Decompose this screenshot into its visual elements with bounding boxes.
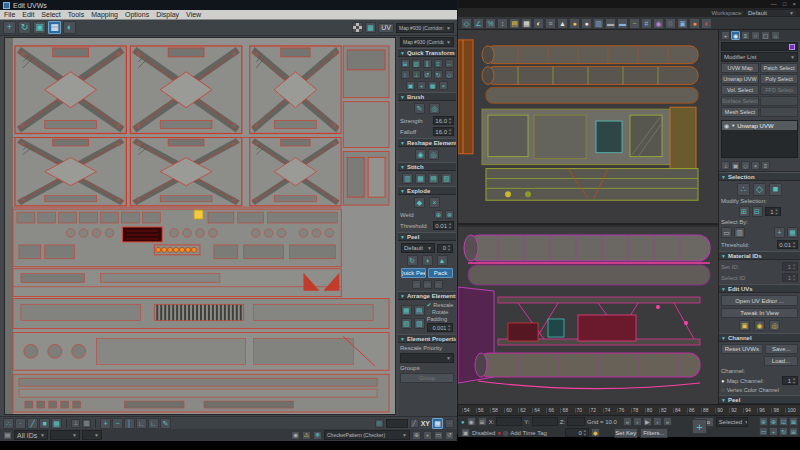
workspace-dropdown[interactable]: Default ▼	[745, 9, 797, 17]
show-map-toggle-icon[interactable]	[352, 22, 363, 33]
shrink-icon[interactable]: ⊟	[752, 206, 763, 217]
y-coordinate-field[interactable]	[532, 417, 558, 426]
zoom-extents-icon[interactable]: ↺	[445, 431, 454, 440]
options-icon[interactable]: ·	[445, 419, 454, 428]
plus-axis-icon[interactable]: +	[774, 227, 785, 238]
set-id-spinner[interactable]: 1▲▼	[782, 262, 798, 271]
gizmo-settings-icon[interactable]: ◎	[375, 419, 384, 428]
modify-selection-spinner[interactable]: 1▲▼	[765, 207, 781, 216]
selection-info-icon[interactable]: ▤	[3, 431, 12, 440]
weld-selected-icon[interactable]: ⊗	[445, 210, 454, 219]
orbit-icon[interactable]: ↻	[779, 427, 788, 436]
freeform-snap-icon[interactable]: ▣	[406, 81, 415, 90]
menu-item[interactable]: Mapping	[91, 11, 118, 18]
edge-mode-icon[interactable]: ╱	[27, 418, 38, 429]
uv-coordinate-mode-icon[interactable]: ▦	[432, 418, 443, 429]
open-uv-editor-button[interactable]: Open UV Editor ...	[721, 295, 798, 306]
geosphere-primitive-icon[interactable]: ●	[581, 18, 592, 29]
tab-hierarchy[interactable]: ≡	[741, 31, 750, 40]
x-coordinate-field[interactable]	[496, 417, 522, 426]
tweak-in-view-button[interactable]: Tweak In View	[721, 308, 798, 318]
main-titlebar[interactable]: —□×	[458, 0, 800, 8]
modifier-set-button[interactable]: Patch Select	[760, 63, 798, 73]
filter-selection-icon[interactable]: ▥	[82, 419, 91, 428]
menu-item[interactable]: Tools	[68, 11, 84, 18]
modifier-set-button[interactable]: Vol. Select	[721, 85, 759, 95]
previous-frame-icon[interactable]: ‹	[633, 417, 642, 426]
edit-named-selections-icon[interactable]: ▤	[509, 18, 520, 29]
align-pivot-icon[interactable]: +	[417, 81, 426, 90]
lock-selection-icon[interactable]: ◉	[291, 431, 300, 440]
weld-together-icon[interactable]: ⊕	[434, 210, 443, 219]
render-production-icon[interactable]: ●	[689, 18, 700, 29]
rollout-brush[interactable]: ▼ Brush	[398, 92, 456, 101]
uv-space-button[interactable]: UV	[378, 23, 394, 33]
menu-item[interactable]: View	[186, 11, 201, 18]
u-coordinate-field[interactable]	[386, 419, 408, 428]
polygon-subobject-icon[interactable]: ■	[769, 183, 782, 196]
modifier-set-button[interactable]: Unwrap UVW	[721, 74, 759, 84]
rollout-arrange-elements[interactable]: ▼ Arrange Elements	[398, 291, 456, 300]
zoom-extents-icon[interactable]: ⊡	[779, 417, 788, 426]
minimize-button[interactable]: —	[771, 1, 777, 7]
zoom-icon[interactable]: ⊕	[759, 417, 768, 426]
peel-spinner[interactable]: 0▲▼	[437, 244, 453, 253]
relax-icon[interactable]: ×	[439, 81, 448, 90]
linear-align-icon[interactable]: ↔	[445, 59, 454, 68]
explode-icon[interactable]: ×	[429, 197, 440, 208]
freeform-mode-icon[interactable]: ▦	[48, 21, 61, 34]
paint-select-icon[interactable]: ∴	[3, 418, 14, 429]
cone-primitive-icon[interactable]: ▲	[557, 18, 568, 29]
modifier-set-button[interactable]: Mesh Select	[721, 107, 759, 117]
seam-tool-icon[interactable]: ▲	[437, 255, 448, 266]
rollout-quick-transform[interactable]: ▼ Quick Transform	[398, 48, 456, 57]
select-by-planar-icon[interactable]: ▭	[721, 227, 732, 238]
zoom-all-icon[interactable]: ⊕	[769, 417, 778, 426]
select-by-angle-icon[interactable]: ▥	[734, 227, 745, 238]
select-half-icon[interactable]: │	[124, 418, 135, 429]
map-dropdown[interactable]: Map #930 (Corridor.tga) ▼	[396, 23, 454, 33]
snaps-toggle-icon[interactable]: ◇	[461, 18, 472, 29]
stitch-target-icon[interactable]: ▧	[441, 173, 452, 184]
panel-map-dropdown[interactable]: Map #930 (Corridor.tga) ▼	[400, 37, 454, 47]
rescale-priority-dropdown[interactable]: ▼	[400, 353, 454, 363]
tab-utilities[interactable]: ⌂	[771, 31, 780, 40]
uv-display-icon[interactable]: ▣	[739, 320, 750, 331]
current-frame-spinner[interactable]: 0▲▼	[565, 428, 589, 437]
vertex-color-radio[interactable]: ○ Vertex Color Channel	[721, 387, 798, 393]
curve-editor-icon[interactable]: ~	[629, 18, 640, 29]
pack-together-icon[interactable]: ▤	[414, 305, 425, 316]
edge-subobject-icon[interactable]: ◇	[753, 183, 766, 196]
visibility-eye-icon[interactable]: ◉	[724, 122, 729, 129]
peel-mode-dropdown[interactable]: Default ▼	[401, 243, 435, 253]
padding-spinner[interactable]: 0.001▲▼	[427, 323, 453, 332]
save-button[interactable]: Save...	[765, 344, 798, 354]
peel-seam-icon[interactable]: ▭	[434, 280, 443, 289]
move-icon[interactable]: +	[3, 21, 16, 34]
rollout-peel[interactable]: ▼ Peel	[398, 232, 456, 241]
modifier-set-button[interactable]	[760, 96, 798, 106]
angle-snap-icon[interactable]: ∠	[473, 18, 484, 29]
pin-stack-icon[interactable]: ⊥	[721, 161, 730, 170]
modifier-list-dropdown[interactable]: Modifier List ▼	[721, 52, 798, 62]
toggle-layer-explorer-icon[interactable]: ▬	[605, 18, 616, 29]
rollout-element-properties[interactable]: ▼ Element Properties	[398, 334, 456, 343]
make-unique-icon[interactable]: ◇	[741, 161, 750, 170]
rotate-icon[interactable]: ↻	[18, 21, 31, 34]
grid-toggle-icon[interactable]: ⊞	[478, 417, 487, 426]
rollout-edit-uvs[interactable]: ▼ Edit UVs	[719, 284, 800, 293]
modifier-set-button[interactable]: Surface Select	[721, 96, 759, 106]
progressive-display-icon[interactable]: ▣	[461, 428, 470, 437]
pan-tool-icon[interactable]: +	[423, 431, 432, 440]
configure-modifier-sets-icon[interactable]: ≡	[761, 161, 770, 170]
tab-create[interactable]: +	[721, 31, 730, 40]
pack-button[interactable]: Pack	[428, 268, 453, 278]
peel-pin-icon[interactable]: ▭	[423, 280, 432, 289]
edge-filter-dropdown[interactable]: ▼	[82, 430, 102, 440]
close-button[interactable]: ×	[792, 1, 796, 7]
rollout-peel[interactable]: ▼ Peel	[719, 395, 800, 404]
zoom-extents-all-icon[interactable]: ⊠	[789, 417, 798, 426]
maximize-viewport-icon[interactable]: ⊞	[789, 427, 798, 436]
selected-key-dropdown[interactable]: Selected ▼	[716, 417, 748, 427]
modifier-set-button[interactable]	[760, 107, 798, 117]
